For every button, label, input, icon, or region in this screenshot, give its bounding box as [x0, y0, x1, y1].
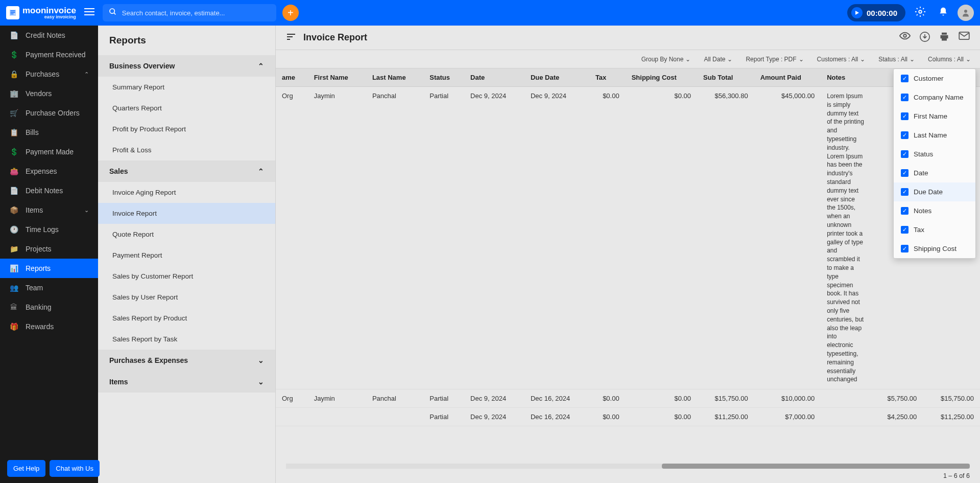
- column-option-status[interactable]: ✓Status: [894, 145, 975, 164]
- report-group-business-overview[interactable]: Business Overview⌃: [98, 55, 275, 77]
- report-item-sales-report-by-task[interactable]: Sales Report by Task: [98, 329, 275, 350]
- report-item-summary-report[interactable]: Summary Report: [98, 77, 275, 98]
- table-row[interactable]: OrgJayminPanchalPartialDec 9, 2024Dec 9,…: [276, 87, 980, 389]
- get-help-button[interactable]: Get Help: [7, 460, 45, 477]
- filter-customers[interactable]: Customers : All⌄: [817, 56, 866, 63]
- nav-icon: 💲: [9, 148, 18, 156]
- brand-logo: mooninvoice easy invoicing: [6, 6, 76, 19]
- column-option-due-date[interactable]: ✓Due Date: [894, 182, 975, 201]
- report-item-invoice-report[interactable]: Invoice Report: [98, 203, 275, 224]
- sidebar-item-debit-notes[interactable]: 📄Debit Notes: [0, 181, 98, 200]
- filter-group[interactable]: Group By None⌄: [641, 56, 691, 63]
- filter-columns[interactable]: Columns : All⌄: [928, 56, 971, 63]
- search-input[interactable]: [122, 9, 270, 17]
- sidebar-item-bills[interactable]: 📋Bills: [0, 123, 98, 142]
- report-item-profit-by-product-report[interactable]: Profit by Product Report: [98, 119, 275, 140]
- column-header[interactable]: Amount Paid: [754, 68, 821, 87]
- download-icon[interactable]: [920, 32, 930, 44]
- menu-toggle[interactable]: [82, 6, 97, 20]
- sidebar-item-team[interactable]: 👥Team: [0, 278, 98, 297]
- table-row[interactable]: OrgJayminPanchalPartialDec 9, 2024Dec 16…: [276, 389, 980, 408]
- cell: Partial: [423, 87, 464, 389]
- nav-icon: 📄: [9, 187, 18, 195]
- report-item-profit-loss[interactable]: Profit & Loss: [98, 140, 275, 160]
- report-item-sales-by-user-report[interactable]: Sales by User Report: [98, 287, 275, 308]
- sidebar-item-projects[interactable]: 📁Projects: [0, 239, 98, 259]
- cell: $0.00: [589, 87, 626, 389]
- sidebar-item-banking[interactable]: 🏛Banking: [0, 297, 98, 317]
- column-option-label: Last Name: [914, 131, 947, 139]
- column-header[interactable]: Shipping Cost: [626, 68, 697, 87]
- cell: Dec 16, 2024: [524, 389, 589, 408]
- timer-widget[interactable]: 00:00:00: [847, 4, 905, 21]
- sidebar-item-vendors[interactable]: 🏢Vendors: [0, 84, 98, 103]
- nav-icon: 📁: [9, 245, 18, 253]
- sidebar-item-purchases[interactable]: 🔒Purchases⌃: [0, 64, 98, 84]
- column-header[interactable]: First Name: [308, 68, 366, 87]
- horizontal-scrollbar[interactable]: [286, 464, 970, 469]
- column-header[interactable]: ame: [276, 68, 308, 87]
- filter-date[interactable]: All Date⌄: [704, 56, 732, 63]
- report-group-items[interactable]: Items⌄: [98, 371, 275, 393]
- add-button[interactable]: +: [282, 5, 299, 21]
- report-item-quote-report[interactable]: Quote Report: [98, 224, 275, 245]
- filter-type[interactable]: Report Type : PDF⌄: [746, 56, 803, 63]
- column-header[interactable]: Sub Total: [697, 68, 754, 87]
- column-header[interactable]: Status: [423, 68, 464, 87]
- chevron-down-icon: ⌄: [685, 56, 690, 63]
- column-option-notes[interactable]: ✓Notes: [894, 201, 975, 220]
- sidebar-item-payment-received[interactable]: 💲Payment Received: [0, 45, 98, 64]
- column-header[interactable]: Notes: [821, 68, 871, 87]
- column-header[interactable]: Due Date: [524, 68, 589, 87]
- column-header[interactable]: Tax: [589, 68, 626, 87]
- sort-icon[interactable]: [286, 33, 296, 43]
- report-group-purchases-expenses[interactable]: Purchases & Expenses⌄: [98, 350, 275, 371]
- report-item-sales-by-customer-report[interactable]: Sales by Customer Report: [98, 266, 275, 287]
- cell: [366, 408, 423, 426]
- column-option-last-name[interactable]: ✓Last Name: [894, 126, 975, 145]
- cell: Jaymin: [308, 87, 366, 389]
- column-option-first-name[interactable]: ✓First Name: [894, 107, 975, 126]
- mail-icon[interactable]: [959, 32, 970, 44]
- chevron-icon: ⌄: [258, 378, 264, 386]
- report-group-sales[interactable]: Sales⌃: [98, 160, 275, 182]
- checkbox-icon: ✓: [901, 112, 909, 120]
- bell-icon[interactable]: [935, 3, 951, 22]
- print-icon[interactable]: [939, 32, 949, 44]
- column-option-tax[interactable]: ✓Tax: [894, 220, 975, 239]
- user-avatar[interactable]: [958, 5, 974, 21]
- report-item-sales-report-by-product[interactable]: Sales Report by Product: [98, 308, 275, 329]
- sidebar-item-purchase-orders[interactable]: 🛒Purchase Orders: [0, 103, 98, 123]
- nav-label: Banking: [26, 303, 52, 311]
- chat-button[interactable]: Chat with Us: [50, 460, 100, 477]
- nav-icon: 📊: [9, 264, 18, 272]
- column-option-customer[interactable]: ✓Customer: [894, 69, 975, 88]
- sidebar-item-reports[interactable]: 📊Reports: [0, 259, 98, 278]
- report-item-payment-report[interactable]: Payment Report: [98, 245, 275, 266]
- brand-tagline: easy invoicing: [22, 15, 76, 19]
- report-item-quarters-report[interactable]: Quarters Report: [98, 98, 275, 119]
- search-container: [103, 4, 276, 21]
- sidebar-item-expenses[interactable]: 👛Expenses: [0, 162, 98, 181]
- column-option-company-name[interactable]: ✓Company Name: [894, 88, 975, 107]
- column-option-shipping-cost[interactable]: ✓Shipping Cost: [894, 239, 975, 258]
- main-header: Invoice Report: [276, 26, 980, 50]
- sidebar-item-credit-notes[interactable]: 📄Credit Notes: [0, 26, 98, 45]
- filter-status[interactable]: Status : All⌄: [878, 56, 915, 63]
- nav-icon: 🎁: [9, 323, 18, 331]
- column-header[interactable]: Last Name: [366, 68, 423, 87]
- sidebar-item-items[interactable]: 📦Items⌄: [0, 200, 98, 220]
- sidebar-item-payment-made[interactable]: 💲Payment Made: [0, 142, 98, 162]
- column-header[interactable]: Date: [464, 68, 524, 87]
- sidebar-item-rewards[interactable]: 🎁Rewards: [0, 317, 98, 336]
- column-option-date[interactable]: ✓Date: [894, 164, 975, 182]
- sidebar-item-time-logs[interactable]: 🕐Time Logs: [0, 220, 98, 239]
- report-item-invoice-aging-report[interactable]: Invoice Aging Report: [98, 182, 275, 203]
- settings-icon[interactable]: [912, 3, 929, 22]
- svg-point-3: [110, 9, 114, 13]
- eye-icon[interactable]: [899, 32, 911, 44]
- column-option-label: Notes: [914, 207, 931, 215]
- nav-label: Expenses: [26, 167, 57, 175]
- main-content: Invoice Report Group By None⌄ All Date⌄ …: [276, 26, 980, 483]
- table-row[interactable]: PartialDec 9, 2024Dec 16, 2024$0.00$0.00…: [276, 408, 980, 426]
